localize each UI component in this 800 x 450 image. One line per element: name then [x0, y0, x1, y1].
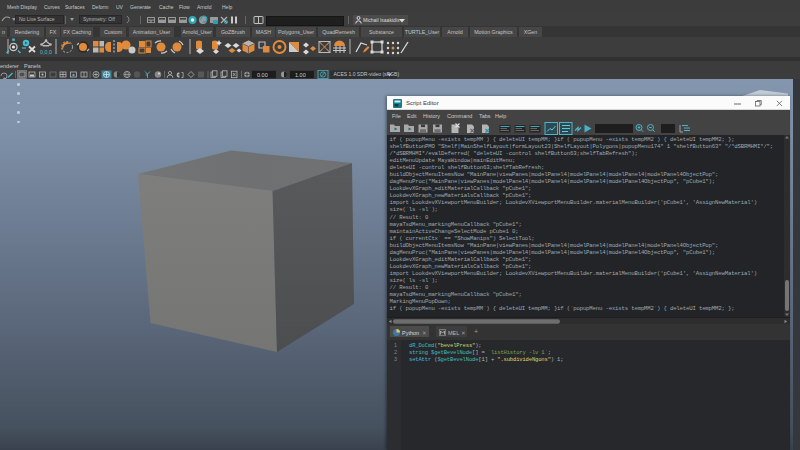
svg-text:1.00: 1.00 — [295, 72, 306, 78]
svg-text:0,0,0: 0,0,0 — [40, 49, 52, 55]
svg-text:0.00: 0.00 — [257, 72, 268, 78]
